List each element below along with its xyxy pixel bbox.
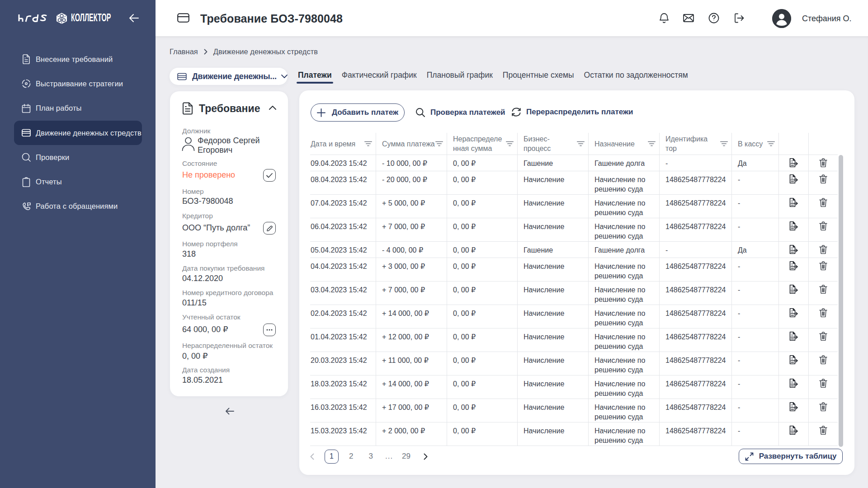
svg-text:КОЛЛЕКТОР: КОЛЛЕКТОР xyxy=(71,13,111,23)
